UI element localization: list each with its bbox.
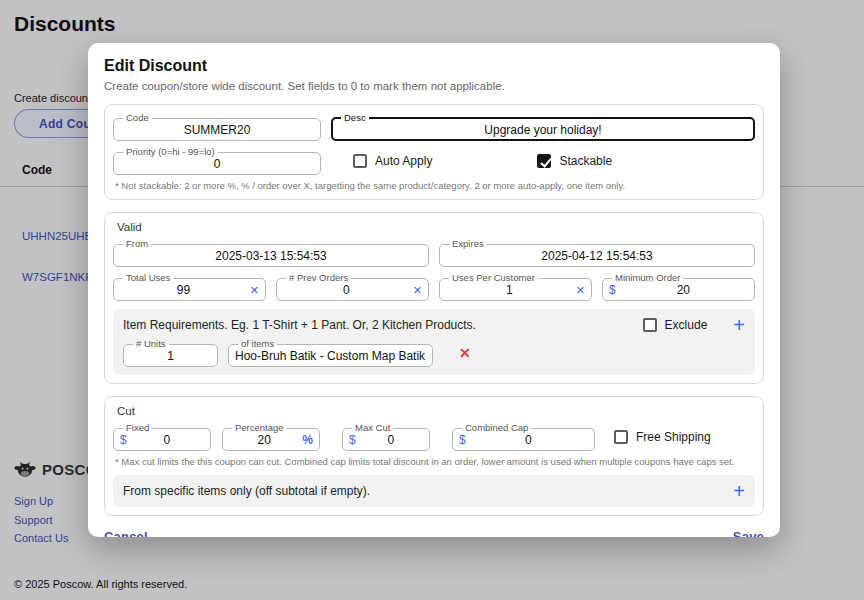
expires-field[interactable]: Expires <box>439 239 755 267</box>
total-uses-field[interactable]: Total Uses ✕ <box>113 273 266 301</box>
expires-input[interactable] <box>446 249 748 263</box>
clear-icon[interactable]: ✕ <box>250 284 259 297</box>
modal-subtitle: Create coupon/store wide discount. Set f… <box>104 80 764 92</box>
clear-icon[interactable]: ✕ <box>576 284 585 297</box>
of-items-input[interactable] <box>235 349 426 363</box>
auto-apply-checkbox[interactable]: Auto Apply <box>353 154 432 168</box>
edit-discount-modal: Edit Discount Create coupon/store wide d… <box>88 43 780 537</box>
units-field[interactable]: # Units <box>123 339 218 367</box>
item-requirements-box: Item Requirements. Eg. 1 T-Shirt + 1 Pan… <box>113 309 755 375</box>
checkbox-icon <box>614 430 628 444</box>
max-cut-input[interactable] <box>359 433 423 447</box>
general-section: Code Desc Priority (0=hi - 99=lo) Auto A… <box>104 104 764 200</box>
remove-requirement-icon[interactable]: ✕ <box>459 345 471 361</box>
prev-orders-input[interactable] <box>283 283 410 297</box>
units-input[interactable] <box>130 349 211 363</box>
uses-per-customer-input[interactable] <box>446 283 573 297</box>
combined-cap-input[interactable] <box>469 433 588 447</box>
priority-input[interactable] <box>120 157 314 171</box>
stackable-label: Stackable <box>559 154 612 168</box>
minimum-order-field[interactable]: Minimum Order $ <box>602 273 755 301</box>
cut-section-label: Cut <box>117 405 755 417</box>
exclude-checkbox[interactable]: Exclude <box>643 318 708 332</box>
auto-apply-label: Auto Apply <box>375 154 432 168</box>
code-field[interactable]: Code <box>113 113 321 141</box>
desc-input[interactable] <box>338 123 748 137</box>
of-items-field-label: of items <box>238 339 277 349</box>
total-uses-input[interactable] <box>120 283 247 297</box>
minimum-order-input[interactable] <box>619 283 748 297</box>
from-field[interactable]: From <box>113 239 429 267</box>
percent-icon: % <box>302 433 313 447</box>
percentage-field-label: Percentage <box>232 423 287 433</box>
cut-section: Cut Fixed $ Percentage % Max Cut $ <box>104 396 764 516</box>
save-button[interactable]: Save <box>733 529 764 537</box>
code-input[interactable] <box>120 123 314 137</box>
desc-field-label: Desc <box>341 113 369 123</box>
add-requirement-icon[interactable]: + <box>733 317 745 333</box>
expires-field-label: Expires <box>449 239 487 249</box>
from-field-label: From <box>123 239 151 249</box>
exclude-label: Exclude <box>665 318 708 332</box>
fixed-input[interactable] <box>130 433 204 447</box>
from-input[interactable] <box>120 249 422 263</box>
specific-items-text: From specific items only (off subtotal i… <box>123 484 733 498</box>
total-uses-field-label: Total Uses <box>123 273 173 283</box>
desc-field[interactable]: Desc <box>331 113 755 141</box>
valid-section: Valid From Expires Total Uses ✕ # Prev O… <box>104 212 764 384</box>
combined-cap-field-label: Combined Cap <box>462 423 531 433</box>
code-field-label: Code <box>123 113 152 123</box>
free-shipping-checkbox[interactable]: Free Shipping <box>614 430 711 444</box>
combined-cap-field[interactable]: Combined Cap $ <box>452 423 595 451</box>
checkbox-icon <box>537 154 551 168</box>
dollar-icon: $ <box>120 433 127 447</box>
priority-field[interactable]: Priority (0=hi - 99=lo) <box>113 147 321 175</box>
max-cut-note: * Max cut limits the this coupon can cut… <box>115 456 753 467</box>
max-cut-field[interactable]: Max Cut $ <box>342 423 430 451</box>
modal-footer: Cancel Save <box>104 529 764 537</box>
modal-title: Edit Discount <box>104 57 764 75</box>
fixed-field[interactable]: Fixed $ <box>113 423 211 451</box>
fixed-field-label: Fixed <box>123 423 152 433</box>
uses-per-customer-field[interactable]: Uses Per Customer ✕ <box>439 273 592 301</box>
percentage-input[interactable] <box>229 433 299 447</box>
item-requirements-text: Item Requirements. Eg. 1 T-Shirt + 1 Pan… <box>123 318 643 332</box>
cancel-button[interactable]: Cancel <box>104 529 148 537</box>
max-cut-field-label: Max Cut <box>352 423 393 433</box>
valid-section-label: Valid <box>117 221 755 233</box>
specific-items-box: From specific items only (off subtotal i… <box>113 475 755 507</box>
dollar-icon: $ <box>349 433 356 447</box>
uses-per-customer-field-label: Uses Per Customer <box>449 273 538 283</box>
dollar-icon: $ <box>609 283 616 297</box>
add-specific-item-icon[interactable]: + <box>733 483 745 499</box>
minimum-order-field-label: Minimum Order <box>612 273 683 283</box>
stackable-checkbox[interactable]: Stackable <box>537 154 612 168</box>
stackable-note: * Not stackable: 2 or more %, % / order … <box>115 180 753 191</box>
dollar-icon: $ <box>459 433 466 447</box>
free-shipping-label: Free Shipping <box>636 430 711 444</box>
checkbox-icon <box>353 154 367 168</box>
percentage-field[interactable]: Percentage % <box>222 423 320 451</box>
clear-icon[interactable]: ✕ <box>413 284 422 297</box>
prev-orders-field-label: # Prev Orders <box>286 273 351 283</box>
priority-field-label: Priority (0=hi - 99=lo) <box>123 147 218 157</box>
units-field-label: # Units <box>133 339 169 349</box>
prev-orders-field[interactable]: # Prev Orders ✕ <box>276 273 429 301</box>
of-items-field[interactable]: of items <box>228 339 433 367</box>
checkbox-icon <box>643 318 657 332</box>
